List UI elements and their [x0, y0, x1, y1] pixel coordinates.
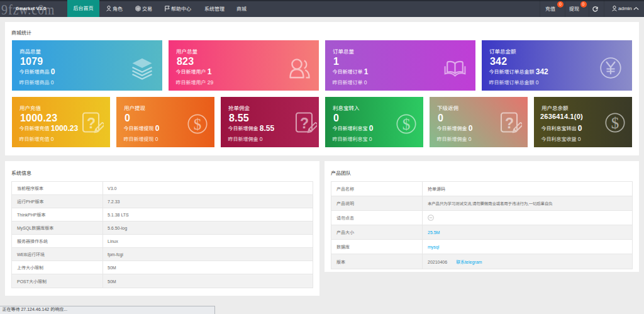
svg-text:$: $ — [611, 115, 619, 132]
svg-text:$: $ — [194, 116, 202, 133]
svg-text:?: ? — [87, 115, 96, 132]
svg-text:?: ? — [505, 115, 514, 132]
svg-text:?: ? — [300, 115, 309, 132]
svg-text:$: $ — [402, 116, 411, 133]
